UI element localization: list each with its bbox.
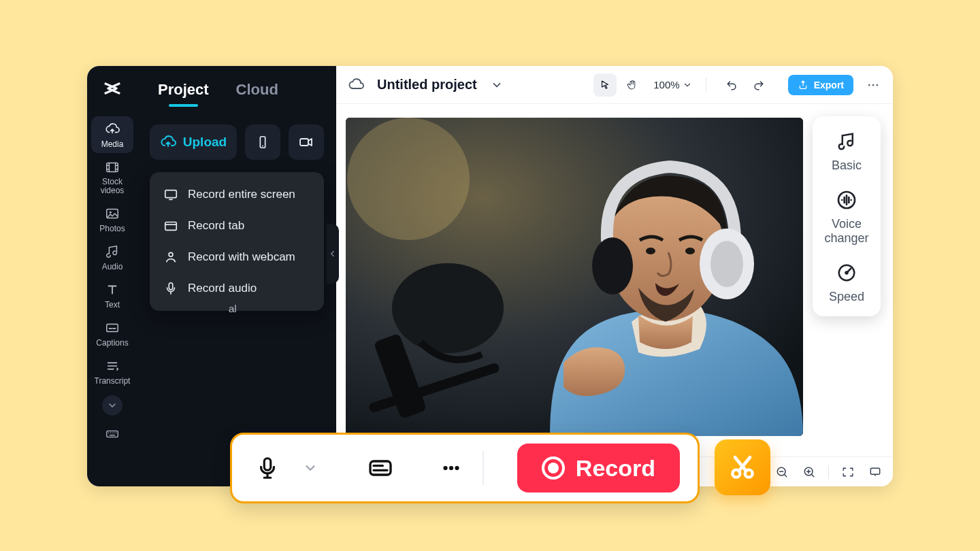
- music-note-icon: [105, 244, 120, 259]
- zoom-in-button[interactable]: [801, 464, 817, 480]
- export-icon: [798, 80, 808, 90]
- redo-button[interactable]: [747, 73, 770, 97]
- zoom-dropdown[interactable]: 100%: [653, 79, 691, 90]
- rail-collapse-toggle[interactable]: [102, 395, 122, 416]
- svg-point-6: [262, 146, 263, 147]
- panel-collapse-handle[interactable]: [327, 224, 339, 284]
- monitor-icon: [163, 187, 178, 202]
- tool-speed[interactable]: Speed: [829, 261, 864, 305]
- tab-project[interactable]: Project: [158, 81, 209, 99]
- video-preview[interactable]: [346, 118, 803, 436]
- project-title[interactable]: Untitled project: [377, 77, 477, 93]
- rail-label: Audio: [102, 262, 123, 271]
- filmstrip-icon: [105, 160, 120, 175]
- svg-point-35: [443, 466, 447, 470]
- dd-label: Record tab: [188, 219, 244, 233]
- svg-point-24: [392, 263, 504, 353]
- svg-point-37: [455, 466, 459, 470]
- svg-rect-34: [370, 461, 391, 475]
- project-panel: Project Cloud Upload: [137, 66, 336, 486]
- rail-item-transcript[interactable]: Transcript: [91, 353, 133, 390]
- browser-tab-icon: [163, 218, 178, 233]
- export-label: Export: [814, 80, 844, 90]
- microphone-icon: [163, 281, 178, 296]
- topbar: Untitled project 100%: [336, 66, 893, 104]
- left-nav-rail: Media Stock videos Photos Audio: [87, 66, 137, 486]
- canvas-area: [336, 104, 893, 456]
- cloud-upload-icon: [105, 122, 120, 137]
- text-t-icon: [105, 282, 120, 297]
- record-audio[interactable]: Record audio: [150, 273, 324, 304]
- app-window: Media Stock videos Photos Audio: [87, 66, 893, 486]
- record-tab[interactable]: Record tab: [150, 210, 324, 241]
- mic-options-dropdown[interactable]: [303, 461, 318, 475]
- smartphone-icon: [255, 135, 270, 150]
- rail-item-audio[interactable]: Audio: [91, 239, 133, 276]
- dd-label: Record audio: [188, 282, 257, 295]
- more-menu-button[interactable]: [863, 75, 883, 95]
- cloud-status-icon[interactable]: [346, 75, 366, 95]
- record-label: Record: [576, 455, 655, 482]
- record-bar-divider: [483, 451, 484, 485]
- rail-item-media[interactable]: Media: [91, 116, 133, 153]
- tool-basic[interactable]: Basic: [832, 130, 862, 173]
- zoom-value: 100%: [653, 79, 679, 90]
- project-title-dropdown[interactable]: [487, 75, 507, 95]
- dd-label: Record entire screen: [188, 188, 295, 201]
- video-camera-icon: [298, 134, 314, 150]
- app-logo-icon: [101, 77, 124, 100]
- rail-item-captions[interactable]: Captions: [91, 315, 133, 352]
- record-bar: Record: [230, 433, 700, 503]
- record-entire-screen[interactable]: Record entire screen: [150, 179, 324, 210]
- svg-point-21: [710, 241, 743, 287]
- record-with-webcam[interactable]: Record with webcam: [150, 241, 324, 273]
- cloud-upload-icon: [160, 134, 176, 150]
- editor-main: Untitled project 100%: [336, 66, 893, 486]
- voice-wave-icon: [835, 188, 858, 212]
- rail-label: Photos: [99, 224, 125, 233]
- media-shelf-hint: al: [229, 303, 237, 314]
- svg-point-18: [646, 248, 655, 254]
- zoom-out-button[interactable]: [774, 464, 790, 480]
- rail-label: Transcript: [95, 376, 131, 386]
- upload-label: Upload: [183, 135, 227, 150]
- record-button[interactable]: Record: [517, 444, 680, 492]
- tab-cloud[interactable]: Cloud: [236, 81, 278, 99]
- cut-tool-button[interactable]: [715, 439, 770, 495]
- svg-rect-8: [165, 190, 177, 198]
- keyboard-icon[interactable]: [105, 427, 120, 441]
- record-menu-button[interactable]: [289, 124, 324, 160]
- svg-rect-7: [300, 139, 308, 146]
- tool-label: Basic: [832, 158, 862, 173]
- rail-label: Text: [105, 300, 120, 310]
- rail-item-text[interactable]: Text: [91, 277, 133, 314]
- svg-point-12: [868, 84, 870, 86]
- music-note-icon: [835, 130, 858, 153]
- svg-point-22: [592, 237, 633, 295]
- rail-item-stock-videos[interactable]: Stock videos: [91, 154, 133, 199]
- undo-button[interactable]: [720, 73, 743, 97]
- cursor-tool[interactable]: [593, 73, 617, 97]
- export-button[interactable]: Export: [788, 75, 853, 95]
- record-more-options[interactable]: [438, 454, 465, 482]
- captions-icon: [105, 320, 120, 335]
- svg-rect-0: [107, 163, 118, 172]
- mobile-import-button[interactable]: [245, 124, 280, 160]
- panel-tabs: Project Cloud: [146, 66, 328, 107]
- rail-label: Stock videos: [91, 178, 133, 195]
- svg-point-19: [685, 248, 695, 254]
- tool-label: Voice changer: [817, 217, 877, 246]
- svg-rect-29: [870, 468, 879, 474]
- hand-tool[interactable]: [621, 73, 644, 97]
- captions-toggle[interactable]: [365, 456, 395, 480]
- tool-label: Speed: [829, 290, 864, 305]
- fullscreen-button[interactable]: [840, 464, 856, 480]
- svg-point-36: [449, 466, 453, 470]
- microphone-icon[interactable]: [250, 450, 285, 486]
- tool-voice-changer[interactable]: Voice changer: [817, 188, 877, 246]
- rail-label: Media: [101, 139, 124, 149]
- present-button[interactable]: [867, 464, 883, 480]
- svg-rect-11: [169, 283, 173, 290]
- rail-item-photos[interactable]: Photos: [91, 201, 133, 237]
- upload-button[interactable]: Upload: [150, 124, 237, 160]
